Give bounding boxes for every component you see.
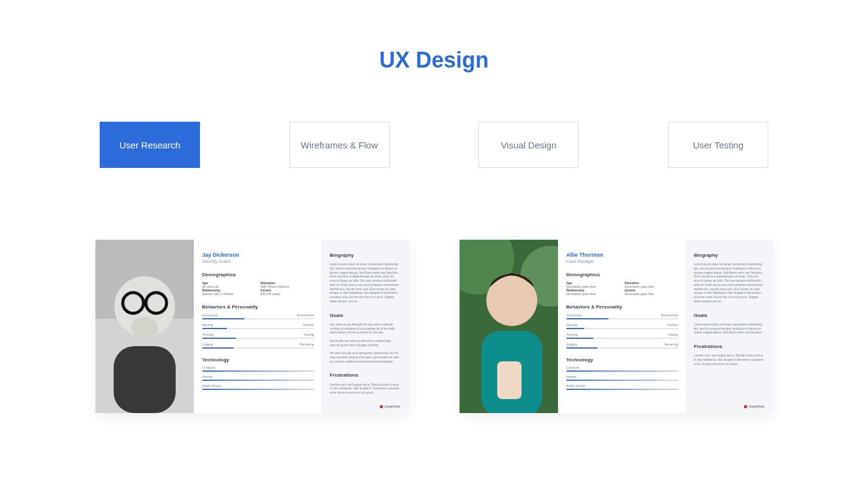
trait-left: Sensing: [202, 323, 213, 327]
text-frustrations: Lacinia nunc sed augue lacus. Blandit tu…: [330, 383, 401, 395]
trait-right: Feeling: [668, 333, 678, 336]
trait-sensing: Sensing Intuition: [567, 323, 678, 329]
text-frustrations: Lacinia nunc sed augue lacus. Blandit tu…: [694, 353, 765, 366]
trait-left: Sensing: [567, 323, 577, 327]
tab-visual-design[interactable]: Visual Design: [478, 122, 579, 168]
trait-fill: [202, 328, 227, 329]
section-behaviors: Behaviors & Personality: [567, 304, 678, 310]
trait-left: Introversion: [202, 313, 218, 317]
trait-thinking: Thinking Feeling: [202, 333, 314, 339]
heading-goals: Goals: [694, 312, 765, 319]
trait-right: Extroversion: [661, 313, 678, 317]
trait-fill: [567, 318, 609, 319]
svg-rect-14: [497, 361, 522, 399]
trait-fill: [567, 338, 593, 339]
text-goals: Jay wants to go through the day with a m…: [330, 322, 401, 364]
svg-rect-8: [95, 240, 194, 413]
persona-card-jay: Jay Dickerson Security Guard Demographic…: [95, 240, 409, 413]
persona-info: Allie Thornton Case Manager Demographics…: [558, 240, 686, 413]
tech-internet: Internet: [567, 375, 678, 381]
trait-fill: [567, 347, 598, 349]
tab-user-research[interactable]: User Research: [100, 122, 200, 168]
persona-narrative: Biography Lorem ipsum dolor sit amet, co…: [322, 240, 409, 413]
persona-info: Jay Dickerson Security Guard Demographic…: [194, 240, 322, 413]
text-goals: Lorem ipsum dolor sit amet, consectetur …: [694, 322, 765, 335]
value-relationship: Married, with 2 children: [202, 292, 256, 296]
trait-fill: [567, 328, 584, 329]
brand-icon: [744, 405, 747, 408]
tech-mobile: Mobile Device: [202, 384, 314, 390]
persona-photo: [95, 240, 194, 413]
persona-photo: [460, 240, 558, 413]
trait-fill: [202, 338, 236, 339]
trait-right: Intuition: [667, 323, 678, 327]
trait-introversion: Introversion Extroversion: [567, 313, 678, 319]
heading-goals: Goals: [330, 312, 401, 319]
brand-logo: CoreCivic: [380, 405, 400, 408]
tech-label: Computer: [567, 366, 678, 369]
section-demographics: Demographics: [567, 272, 678, 277]
trait-judging: Judging Perceiving: [202, 343, 314, 349]
value-income: Description goes here: [625, 292, 678, 296]
tech-label: Mobile Device: [567, 384, 678, 388]
tech-mobile: Mobile Device: [567, 384, 678, 390]
persona-card-allie: Allie Thornton Case Manager Demographics…: [460, 240, 773, 413]
trait-judging: Judging Perceiving: [567, 343, 678, 349]
tech-computer: Computer: [202, 366, 314, 372]
persona-narrative: Biography Lorem ipsum dolor sit amet, co…: [686, 240, 773, 413]
text-biography: Lorem ipsum dolor sit amet, consectetur …: [330, 262, 401, 304]
section-demographics: Demographics: [202, 272, 314, 277]
trait-right: Perceiving: [300, 343, 314, 346]
trait-thinking: Thinking Feeling: [567, 333, 678, 339]
trait-introversion: Introversion Extroversion: [202, 313, 314, 319]
brand-icon: [380, 405, 383, 408]
trait-left: Judging: [567, 343, 577, 346]
trait-right: Perceiving: [664, 343, 678, 346]
section-technology: Technology: [567, 357, 678, 363]
section-technology: Technology: [202, 357, 314, 363]
persona-role: Case Manager: [567, 259, 678, 263]
trait-fill: [202, 318, 245, 319]
brand-logo: CoreCivic: [744, 405, 764, 408]
heading-frustrations: Frustrations: [330, 372, 401, 378]
page-title: UX Design: [0, 47, 868, 73]
tech-internet: Internet: [202, 375, 314, 381]
persona-role: Security Guard: [202, 259, 314, 263]
text-biography: Lorem ipsum dolor sit amet, consectetur …: [694, 262, 765, 304]
trait-right: Extroversion: [297, 313, 314, 317]
heading-biography: Biography: [330, 252, 401, 259]
brand-text: CoreCivic: [384, 405, 400, 408]
heading-biography: Biography: [694, 252, 765, 259]
tab-bar: User Research Wireframes & Flow Visual D…: [100, 122, 768, 168]
persona-name: Allie Thornton: [567, 252, 678, 258]
persona-name: Jay Dickerson: [202, 252, 314, 258]
heading-frustrations: Frustrations: [694, 343, 765, 350]
value-income: $35,194 yearly: [261, 292, 314, 296]
tab-wireframes-flow[interactable]: Wireframes & Flow: [289, 122, 390, 168]
trait-left: Judging: [202, 343, 213, 346]
trait-sensing: Sensing Intuition: [202, 323, 314, 329]
tech-label: Internet: [567, 375, 678, 378]
trait-right: Intuition: [303, 323, 314, 327]
trait-left: Thinking: [567, 333, 578, 336]
trait-left: Thinking: [202, 333, 214, 336]
tech-label: Mobile Device: [202, 384, 314, 388]
trait-fill: [202, 347, 234, 349]
persona-cards: Jay Dickerson Security Guard Demographic…: [95, 240, 773, 413]
trait-right: Feeling: [304, 333, 314, 336]
section-behaviors: Behaviors & Personality: [202, 304, 314, 310]
tech-label: Internet: [202, 375, 314, 378]
brand-text: CoreCivic: [748, 405, 764, 408]
value-relationship: Description goes here: [567, 292, 620, 296]
tech-computer: Computer: [567, 366, 678, 372]
tab-user-testing[interactable]: User Testing: [668, 122, 768, 168]
trait-left: Introversion: [567, 313, 582, 317]
tech-label: Computer: [202, 366, 314, 369]
